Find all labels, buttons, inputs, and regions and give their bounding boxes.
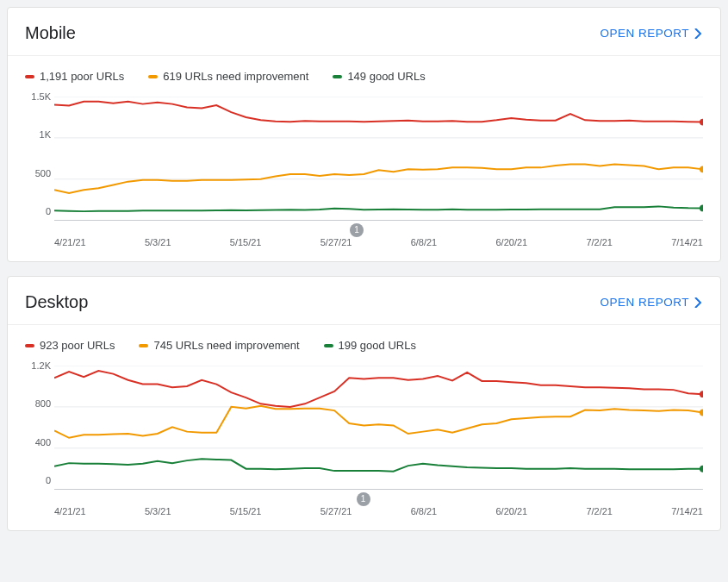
legend-item-poor: 923 poor URLs (25, 339, 115, 352)
legend-item-need: 745 URLs need improvement (139, 339, 299, 352)
x-tick: 7/2/21 (586, 237, 613, 247)
x-axis-labels: 4/21/21 5/3/21 5/15/21 5/27/21 6/8/21 6/… (25, 222, 703, 253)
svg-point-11 (700, 391, 703, 397)
chart-svg (54, 366, 703, 490)
x-tick: 7/2/21 (586, 506, 613, 516)
chevron-right-icon (694, 297, 703, 308)
chart-area: 1.5K 1K 500 0 1 4/21/21 5/3/21 5/15/21 5… (8, 83, 720, 261)
y-axis-labels: 1.5K 1K 500 0 (25, 97, 51, 222)
legend-label: 199 good URLs (339, 339, 416, 352)
legend-item-poor: 1,191 poor URLs (25, 70, 124, 83)
legend-label: 745 URLs need improvement (153, 339, 299, 352)
event-marker[interactable]: 1 (350, 223, 364, 237)
x-tick: 5/3/21 (145, 237, 171, 247)
x-tick: 5/3/21 (145, 506, 171, 516)
legend-chip-poor (25, 344, 34, 347)
y-tick: 400 (25, 437, 51, 447)
legend-item-need: 619 URLs need improvement (148, 70, 308, 83)
y-tick: 0 (25, 206, 51, 216)
legend-label: 923 poor URLs (40, 339, 115, 352)
x-tick: 7/14/21 (671, 237, 703, 247)
y-tick: 0 (25, 475, 51, 485)
open-report-link[interactable]: OPEN REPORT (600, 296, 703, 309)
open-report-link[interactable]: OPEN REPORT (600, 27, 703, 40)
panel-header: Mobile OPEN REPORT (8, 8, 720, 55)
legend-label: 1,191 poor URLs (40, 70, 124, 83)
mobile-panel: Mobile OPEN REPORT 1,191 poor URLs 619 U… (7, 7, 721, 262)
legend-chip-good (324, 344, 333, 347)
x-tick: 5/15/21 (230, 506, 262, 516)
x-tick: 5/27/21 (320, 237, 352, 247)
y-axis-labels: 1.2K 800 400 0 (25, 366, 51, 491)
x-tick: 6/8/21 (411, 237, 438, 247)
svg-point-6 (700, 204, 703, 211)
legend-item-good: 199 good URLs (324, 339, 416, 352)
x-tick: 5/15/21 (230, 237, 262, 247)
svg-point-13 (700, 466, 703, 472)
legend-item-good: 149 good URLs (333, 70, 425, 83)
y-tick: 500 (25, 168, 51, 178)
x-tick: 6/8/21 (411, 506, 438, 516)
svg-point-5 (700, 166, 703, 172)
legend-chip-need (148, 75, 158, 78)
y-tick: 800 (25, 398, 51, 409)
chart-area: 1.2K 800 400 0 1 4/21/21 5/3/21 5/15/21 … (8, 352, 720, 530)
y-tick: 1.5K (25, 91, 51, 102)
legend-label: 149 good URLs (347, 70, 425, 83)
x-tick: 6/20/21 (495, 506, 527, 516)
legend-label: 619 URLs need improvement (163, 70, 308, 83)
chevron-right-icon (694, 28, 703, 39)
panel-header: Desktop OPEN REPORT (8, 277, 720, 324)
legend: 1,191 poor URLs 619 URLs need improvemen… (8, 56, 720, 83)
x-tick: 6/20/21 (495, 237, 527, 247)
x-tick: 4/21/21 (54, 506, 86, 516)
legend-chip-need (139, 344, 148, 347)
panel-title: Desktop (25, 292, 88, 312)
y-tick: 1.2K (25, 360, 51, 371)
desktop-panel: Desktop OPEN REPORT 923 poor URLs 745 UR… (7, 276, 721, 531)
legend: 923 poor URLs 745 URLs need improvement … (8, 325, 720, 352)
event-marker[interactable]: 1 (357, 492, 370, 506)
legend-chip-poor (25, 75, 34, 78)
svg-point-4 (700, 119, 703, 126)
x-tick: 5/27/21 (320, 506, 352, 516)
open-report-label: OPEN REPORT (600, 296, 689, 309)
chart-svg (54, 97, 703, 221)
legend-chip-good (333, 75, 342, 78)
x-tick: 7/14/21 (671, 506, 703, 516)
open-report-label: OPEN REPORT (600, 27, 689, 40)
panel-title: Mobile (25, 23, 76, 43)
svg-point-12 (700, 410, 703, 416)
y-tick: 1K (25, 129, 51, 140)
x-tick: 4/21/21 (54, 237, 86, 247)
